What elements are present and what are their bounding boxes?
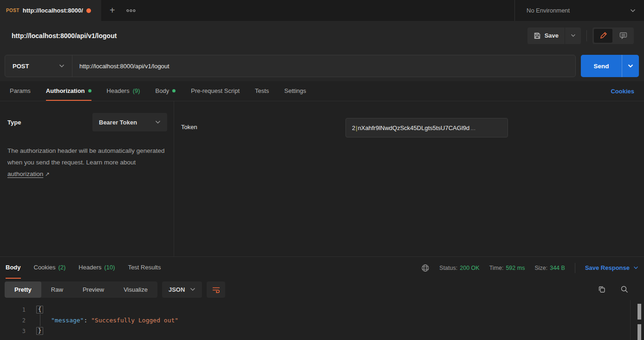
chevron-down-icon — [628, 64, 633, 68]
divider — [575, 263, 575, 273]
chevron-down-icon — [155, 120, 161, 124]
json-key: "message" — [51, 317, 84, 324]
tab-method-label: POST — [6, 8, 20, 13]
wrap-lines-button[interactable] — [207, 281, 225, 298]
comment-icon — [619, 32, 627, 39]
size-value: 344 B — [550, 265, 565, 271]
token-input[interactable]: 2|nXahfr9lNwdQzSck45DLgts5tsU7CAGl9d... — [345, 118, 508, 137]
comment-button[interactable] — [614, 29, 632, 43]
tab-response-cookies[interactable]: Cookies(2) — [34, 257, 66, 279]
save-options-button[interactable] — [565, 27, 581, 44]
tab-label: Pre-request Script — [191, 87, 240, 94]
indent-guide — [40, 314, 40, 326]
search-icon — [620, 285, 629, 294]
time-label: Time: — [489, 265, 504, 271]
time-indicator: Time:592 ms — [489, 265, 525, 271]
auth-type-value: Bearer Token — [99, 119, 137, 126]
environment-selector[interactable]: No Environment — [514, 0, 644, 21]
request-title: http://localhost:8000/api/v1/logout — [12, 32, 117, 39]
token-prefix: 2 — [352, 124, 355, 131]
tab-label: Body — [6, 264, 21, 271]
divider — [586, 30, 587, 41]
tab-response-headers[interactable]: Headers(10) — [78, 257, 115, 279]
tab-count: (9) — [133, 87, 140, 94]
response-body[interactable]: 1 { 2 "message":"Succesfully Logged out"… — [0, 300, 644, 340]
tab-title: http://localhost:8000/ — [23, 7, 83, 14]
response-meta: Status:200 OK Time:592 ms Size:344 B Sav… — [421, 257, 638, 279]
authorization-link[interactable]: authorization — [7, 170, 43, 177]
auth-type-label: Type — [7, 119, 21, 126]
scrollbar-thumb[interactable] — [637, 324, 641, 340]
code-line: 3 } — [0, 326, 644, 336]
token-ellipsis: ... — [470, 124, 475, 131]
tab-bar-spacer — [138, 0, 514, 21]
request-tabs: Params Authorization Headers(9) Body Pre… — [0, 81, 644, 101]
unsaved-changes-dot — [86, 8, 91, 13]
tab-label: Params — [10, 87, 31, 94]
token-caret: | — [356, 124, 357, 131]
tab-test-results[interactable]: Test Results — [128, 257, 161, 279]
tab-count: (10) — [104, 264, 115, 271]
tab-body[interactable]: Body — [156, 81, 176, 101]
tab-response-body[interactable]: Body — [6, 257, 21, 279]
save-response-button[interactable]: Save Response — [585, 264, 638, 271]
tab-params[interactable]: Params — [10, 81, 31, 101]
tab-label: Authorization — [46, 87, 85, 94]
fold-toggle[interactable]: } — [36, 327, 43, 335]
scrollbar-track — [630, 300, 631, 340]
view-raw-button[interactable]: Raw — [41, 281, 73, 298]
more-tabs-button[interactable] — [124, 0, 138, 21]
edit-button[interactable] — [594, 29, 612, 43]
tab-authorization[interactable]: Authorization — [46, 81, 91, 101]
size-indicator: Size:344 B — [534, 265, 565, 271]
fold-toggle[interactable]: { — [36, 306, 43, 314]
method-select[interactable]: POST — [5, 55, 72, 77]
view-visualize-button[interactable]: Visualize — [114, 281, 157, 298]
cookies-link[interactable]: Cookies — [611, 88, 634, 95]
green-dot — [172, 89, 176, 92]
wrap-lines-icon — [212, 286, 220, 293]
status-label: Status: — [439, 265, 457, 271]
token-value: nXahfr9lNwdQzSck45DLgts5tsU7CAGl9d — [358, 124, 470, 131]
send-button[interactable]: Send — [581, 55, 622, 77]
tab-pre-request-script[interactable]: Pre-request Script — [191, 81, 240, 101]
search-button[interactable] — [620, 285, 629, 294]
json-value: "Succesfully Logged out" — [91, 317, 178, 324]
chevron-down-icon — [190, 288, 195, 291]
response-section: Body Cookies(2) Headers(10) Test Results… — [0, 256, 644, 340]
url-bar: POST http://localhost:8000/api/v1/logout — [5, 55, 576, 77]
tab-settings[interactable]: Settings — [284, 81, 306, 101]
response-toolbar: Pretty Raw Preview Visualize JSON — [0, 279, 644, 300]
chevron-down-icon — [633, 266, 638, 269]
code-line: 2 "message":"Succesfully Logged out" — [0, 315, 644, 326]
send-options-button[interactable] — [622, 55, 639, 77]
save-button[interactable]: Save — [527, 27, 565, 44]
globe-icon[interactable] — [421, 264, 429, 272]
time-value: 592 ms — [506, 265, 525, 271]
tab-headers[interactable]: Headers(9) — [107, 81, 140, 101]
title-actions: Save — [527, 27, 634, 44]
request-tab[interactable]: POST http://localhost:8000/ — [0, 0, 101, 21]
auth-description: The authorization header will be automat… — [7, 145, 168, 180]
scrollbar-thumb[interactable] — [637, 304, 641, 320]
tab-tests[interactable]: Tests — [255, 81, 269, 101]
auth-description-text: The authorization header will be automat… — [7, 147, 164, 166]
save-label: Save — [545, 32, 559, 39]
status-value: 200 OK — [460, 265, 479, 271]
method-value: POST — [13, 63, 29, 70]
url-input[interactable]: http://localhost:8000/api/v1/logout — [72, 55, 575, 77]
green-dot — [88, 89, 91, 92]
auth-type-row: Type Bearer Token — [7, 113, 167, 131]
format-select[interactable]: JSON — [162, 281, 202, 298]
view-mode-switcher: Pretty Raw Preview Visualize — [5, 281, 157, 298]
copy-button[interactable] — [598, 285, 606, 294]
view-preview-button[interactable]: Preview — [73, 281, 114, 298]
auth-type-select[interactable]: Bearer Token — [92, 113, 167, 131]
view-pretty-button[interactable]: Pretty — [5, 281, 41, 298]
new-tab-button[interactable]: + — [106, 0, 119, 21]
auth-token-column: Token 2|nXahfr9lNwdQzSck45DLgts5tsU7CAGl… — [174, 101, 644, 256]
save-response-label: Save Response — [585, 264, 630, 271]
tab-label: Headers — [107, 87, 130, 94]
tab-label: Headers — [78, 264, 101, 271]
copy-icon — [598, 285, 606, 294]
